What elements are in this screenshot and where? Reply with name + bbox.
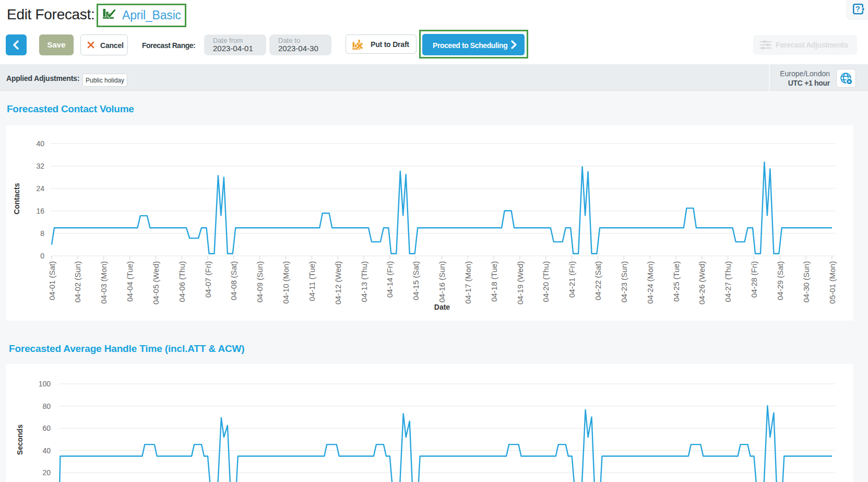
svg-text:04-27 (Thu): 04-27 (Thu) <box>723 261 732 302</box>
svg-text:04-18 (Tue): 04-18 (Tue) <box>490 261 498 302</box>
svg-text:04-02 (Sun): 04-02 (Sun) <box>73 261 82 302</box>
svg-text:Date: Date <box>434 303 450 311</box>
svg-text:100: 100 <box>39 380 51 388</box>
svg-text:Contacts: Contacts <box>13 183 21 214</box>
svg-text:40: 40 <box>42 446 51 455</box>
svg-text:05-01 (Mon): 05-01 (Mon) <box>828 261 837 304</box>
svg-text:04-20 (Thu): 04-20 (Thu) <box>541 261 550 302</box>
svg-text:04-07 (Fri): 04-07 (Fri) <box>204 261 212 298</box>
svg-text:04-28 (Fri): 04-28 (Fri) <box>750 261 758 298</box>
svg-text:16: 16 <box>36 207 44 215</box>
svg-text:04-25 (Tue): 04-25 (Tue) <box>672 261 681 302</box>
svg-text:04-14 (Fri): 04-14 (Fri) <box>385 261 394 298</box>
svg-text:04-21 (Fri): 04-21 (Fri) <box>567 261 576 298</box>
svg-text:04-01 (Sat): 04-01 (Sat) <box>47 261 56 300</box>
svg-text:04-23 (Sun): 04-23 (Sun) <box>620 261 628 302</box>
svg-text:04-30 (Sun): 04-30 (Sun) <box>802 261 811 302</box>
svg-text:Seconds: Seconds <box>16 425 24 455</box>
svg-text:20: 20 <box>42 468 51 477</box>
svg-text:80: 80 <box>42 402 51 410</box>
svg-text:04-16 (Sun): 04-16 (Sun) <box>437 261 446 302</box>
svg-text:40: 40 <box>36 139 44 148</box>
svg-text:04-11 (Tue): 04-11 (Tue) <box>307 261 316 301</box>
svg-text:04-12 (Wed): 04-12 (Wed) <box>334 261 342 304</box>
svg-text:04-17 (Mon): 04-17 (Mon) <box>463 261 472 304</box>
svg-text:?: ? <box>855 4 860 13</box>
svg-text:04-22 (Sat): 04-22 (Sat) <box>593 261 602 300</box>
svg-text:04-06 (Thu): 04-06 (Thu) <box>177 261 186 302</box>
svg-text:04-24 (Mon): 04-24 (Mon) <box>646 261 655 304</box>
svg-text:04-09 (Sun): 04-09 (Sun) <box>255 261 264 302</box>
svg-text:04-29 (Sat): 04-29 (Sat) <box>776 261 784 300</box>
svg-text:8: 8 <box>40 229 44 238</box>
svg-text:04-05 (Wed): 04-05 (Wed) <box>151 261 160 304</box>
svg-text:04-10 (Mon): 04-10 (Mon) <box>281 261 290 304</box>
svg-text:04-15 (Sat): 04-15 (Sat) <box>411 261 420 300</box>
svg-text:0: 0 <box>40 252 44 260</box>
svg-text:24: 24 <box>36 184 44 193</box>
svg-text:32: 32 <box>36 162 44 170</box>
svg-text:60: 60 <box>42 424 51 432</box>
svg-text:04-19 (Wed): 04-19 (Wed) <box>516 261 525 304</box>
svg-text:04-13 (Thu): 04-13 (Thu) <box>360 261 368 302</box>
svg-text:04-03 (Mon): 04-03 (Mon) <box>99 261 108 304</box>
svg-text:04-08 (Sat): 04-08 (Sat) <box>229 261 238 300</box>
svg-text:04-04 (Tue): 04-04 (Tue) <box>125 261 134 302</box>
svg-text:04-26 (Wed): 04-26 (Wed) <box>697 261 706 304</box>
